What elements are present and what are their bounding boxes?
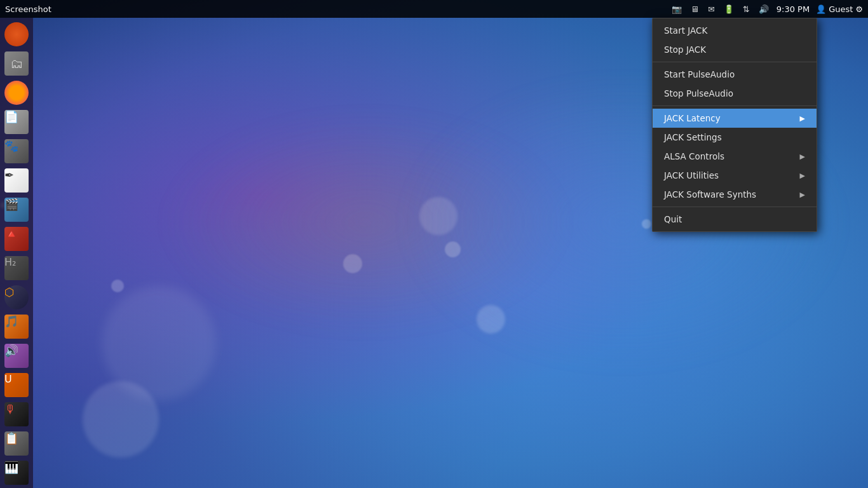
menu-item-jack-latency-label: JACK Latency: [664, 113, 721, 123]
camera-tray-icon[interactable]: 📷: [670, 4, 683, 14]
topbar-title: Screenshot: [5, 4, 51, 14]
menu-item-jack-utilities[interactable]: JACK Utilities ▶: [653, 166, 817, 185]
menu-item-start-pulse-label: Start PulseAudio: [664, 69, 735, 79]
app-gray-icon: 📋: [4, 431, 29, 456]
topbar-clock[interactable]: 9:30 PM: [776, 4, 810, 14]
dock-item-blender[interactable]: ⬡: [3, 283, 31, 311]
menu-item-stop-pulse-label: Stop PulseAudio: [664, 88, 733, 98]
jack-utilities-arrow-icon: ▶: [800, 172, 805, 180]
app-dark-icon: 🎹: [4, 461, 29, 485]
menu-item-start-jack-label: Start JACK: [664, 25, 707, 36]
network-tray-icon[interactable]: ⇅: [742, 4, 751, 14]
dock-item-ubuntu2[interactable]: U: [3, 371, 31, 399]
dock-item-firefox[interactable]: [3, 79, 31, 107]
files-icon: 🗂: [4, 51, 29, 76]
dock-item-kdenlive[interactable]: 🎬: [3, 196, 31, 224]
battery-tray-icon[interactable]: 🔋: [722, 4, 735, 14]
menu-item-jack-settings-label: JACK Settings: [664, 132, 722, 142]
menu-item-jack-latency[interactable]: JACK Latency ▶: [653, 109, 817, 128]
menu-item-quit-label: Quit: [664, 214, 682, 224]
menu-item-alsa-controls[interactable]: ALSA Controls ▶: [653, 147, 817, 166]
dock-item-ardour[interactable]: 🎙: [3, 400, 31, 428]
menu-item-stop-pulseaudio[interactable]: Stop PulseAudio: [653, 84, 817, 103]
sidebar-dock: 🗂 📄 🐾 ✒ 🎬 🔺 H₂ ⬡: [0, 18, 33, 488]
topbar-username: Guest: [829, 4, 853, 14]
menu-item-quit[interactable]: Quit: [653, 210, 817, 229]
volume-tray-icon[interactable]: 🔊: [757, 4, 770, 14]
dock-item-app-dark[interactable]: 🎹: [3, 459, 31, 487]
menu-item-start-pulseaudio[interactable]: Start PulseAudio: [653, 65, 817, 84]
monitor-tray-icon[interactable]: 🖥: [689, 4, 700, 14]
jack-software-synths-arrow-icon: ▶: [800, 191, 805, 199]
dock-item-app-red[interactable]: 🔺: [3, 225, 31, 253]
app-purple-icon: 🔊: [4, 344, 29, 368]
topbar: Screenshot 📷 🖥 ✉ 🔋 ⇅ 🔊 9:30 PM 👤 Guest ⚙: [0, 0, 868, 18]
menu-item-start-jack[interactable]: Start JACK: [653, 21, 817, 40]
dock-item-text-editor[interactable]: 📄: [3, 108, 31, 136]
alsa-controls-arrow-icon: ▶: [800, 152, 805, 161]
dock-item-app-orange[interactable]: 🎵: [3, 313, 31, 341]
menu-item-stop-jack-label: Stop JACK: [664, 44, 706, 55]
dock-item-hydrogen[interactable]: H₂: [3, 254, 31, 282]
menu-item-stop-jack[interactable]: Stop JACK: [653, 40, 817, 59]
menu-separator-2: [653, 105, 817, 106]
dock-item-app-gray[interactable]: 📋: [3, 430, 31, 458]
gimp-icon: 🐾: [4, 139, 29, 163]
app-red-icon: 🔺: [4, 227, 29, 251]
ardour-icon: 🎙: [4, 402, 29, 426]
dock-item-inkscape[interactable]: ✒: [3, 166, 31, 194]
menu-item-alsa-controls-label: ALSA Controls: [664, 151, 724, 161]
dock-item-files[interactable]: 🗂: [3, 50, 31, 78]
menu-item-jack-settings[interactable]: JACK Settings: [653, 128, 817, 147]
context-menu: Start JACK Stop JACK Start PulseAudio St…: [652, 18, 817, 232]
kdenlive-icon: 🎬: [4, 198, 29, 222]
topbar-settings-icon[interactable]: ⚙: [855, 4, 863, 14]
inkscape-icon: ✒: [4, 168, 29, 193]
ubuntu2-icon: U: [4, 373, 29, 397]
hydrogen-icon: H₂: [4, 256, 29, 280]
app-orange-icon: 🎵: [4, 315, 29, 339]
topbar-left: Screenshot: [5, 4, 51, 14]
user-icon: 👤: [816, 4, 826, 14]
dock-item-gimp[interactable]: 🐾: [3, 137, 31, 165]
menu-item-jack-software-synths-label: JACK Software Synths: [664, 189, 756, 200]
blender-icon: ⬡: [4, 285, 29, 309]
email-tray-icon[interactable]: ✉: [707, 4, 716, 14]
topbar-user-menu[interactable]: 👤 Guest ⚙: [816, 4, 863, 14]
jack-latency-arrow-icon: ▶: [800, 114, 805, 123]
menu-item-jack-utilities-label: JACK Utilities: [664, 170, 719, 180]
firefox-icon: [4, 81, 29, 105]
menu-separator-3: [653, 207, 817, 207]
topbar-right: 📷 🖥 ✉ 🔋 ⇅ 🔊 9:30 PM 👤 Guest ⚙: [670, 4, 863, 14]
dock-item-app-purple[interactable]: 🔊: [3, 342, 31, 370]
ubuntu-logo: [4, 22, 29, 46]
dock-item-ubuntu-home[interactable]: [3, 20, 31, 48]
text-editor-icon: 📄: [4, 110, 29, 134]
menu-separator-1: [653, 62, 817, 62]
menu-item-jack-software-synths[interactable]: JACK Software Synths ▶: [653, 185, 817, 204]
